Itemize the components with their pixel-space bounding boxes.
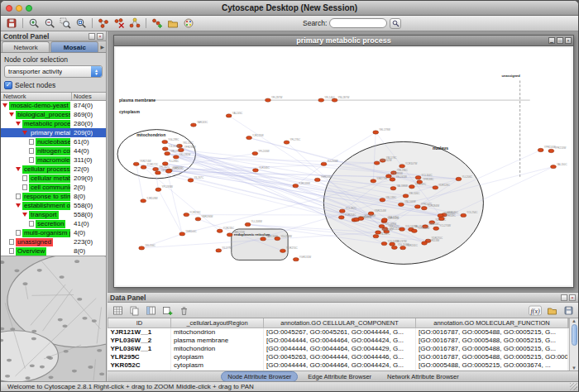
- network-node[interactable]: [226, 114, 232, 117]
- table-cell[interactable]: YPL036W__2: [108, 336, 171, 344]
- tree-item-macromolecule-met[interactable]: macromolecule met311(0): [1, 155, 106, 165]
- network-node[interactable]: [380, 198, 385, 202]
- network-node[interactable]: [409, 185, 414, 189]
- close-panel-button[interactable]: ×: [97, 33, 103, 40]
- tree-item-nitrogen-compound[interactable]: nitrogen compound44(0): [1, 146, 106, 155]
- expander-icon[interactable]: [16, 122, 21, 126]
- tree-item-cellular-metabolic-p[interactable]: cellular metabolic p209(0): [1, 174, 106, 183]
- table-row[interactable]: YJR121W__1mitochondrion[GO:0045267, GO:0…: [108, 327, 569, 336]
- tree-item-response-to-stimulus[interactable]: response to stimulus8(0): [1, 192, 106, 201]
- table-row[interactable]: YPL036W__2plasma membrane[GO:0044444, GO…: [108, 336, 569, 344]
- expander-icon[interactable]: [22, 213, 27, 217]
- network-node[interactable]: [411, 229, 417, 232]
- network-overview-panel[interactable]: [1, 256, 106, 381]
- network-node[interactable]: [548, 149, 554, 152]
- table-cell[interactable]: plasma membrane: [171, 336, 264, 344]
- hide-selected-button[interactable]: [112, 17, 127, 31]
- vizmapper-button[interactable]: [181, 17, 196, 31]
- new-network-from-selection-button[interactable]: [150, 17, 165, 31]
- tab-network[interactable]: Network: [2, 41, 50, 52]
- maximize-view-button[interactable]: □: [557, 37, 563, 44]
- select-columns-button[interactable]: [143, 304, 158, 318]
- expander-icon[interactable]: [16, 167, 21, 171]
- tree-item-mosaic-demo-yeast[interactable]: mosaic-demo-yeast874(0): [1, 101, 106, 110]
- tree-item-secretion[interactable]: secretion41(0): [1, 219, 106, 228]
- table-cell[interactable]: [GO:0016787, GO:0005488, GO:0005215, G..…: [416, 336, 568, 344]
- tree-column-nodes[interactable]: Nodes: [72, 93, 106, 100]
- network-node[interactable]: [275, 237, 280, 240]
- column-header[interactable]: annotation.GO MOLECULAR_FUNCTION: [416, 318, 568, 327]
- network-node[interactable]: [155, 171, 160, 174]
- tree-item-multi-organism-proc[interactable]: multi-organism proc4(0): [1, 228, 106, 237]
- table-cell[interactable]: YKR052C: [108, 361, 171, 369]
- resize-grip[interactable]: [570, 383, 577, 390]
- network-node[interactable]: [438, 217, 444, 220]
- tree-item-cell-communication[interactable]: cell communication2(0): [1, 183, 106, 192]
- expander-icon[interactable]: [9, 112, 14, 117]
- table-cell[interactable]: cytoplasm: [171, 352, 264, 361]
- table-row[interactable]: YPL036W__1mitochondrion[GO:0044444, GO:0…: [108, 344, 569, 352]
- network-node[interactable]: [433, 227, 439, 230]
- network-node[interactable]: [371, 179, 376, 183]
- select-nodes-checkbox[interactable]: ✓: [4, 81, 12, 89]
- tab-network-attribute-browser[interactable]: Network Attribute Browser: [381, 372, 465, 381]
- network-node[interactable]: [195, 218, 201, 221]
- network-node[interactable]: [141, 199, 146, 203]
- tree-item-establishment-of-loc[interactable]: establishment of loc558(0): [1, 201, 106, 210]
- tree-item-unassigned[interactable]: unassigned223(0): [1, 237, 106, 246]
- network-node[interactable]: [374, 161, 380, 165]
- network-canvas[interactable]: YNL287WYFL297WYFL140CYMR271CYKL192CYHL11…: [114, 46, 573, 287]
- network-node[interactable]: [391, 246, 397, 249]
- network-node[interactable]: [253, 169, 259, 172]
- network-node[interactable]: [538, 148, 543, 151]
- minimize-view-button[interactable]: ▁: [548, 37, 555, 44]
- network-node[interactable]: [400, 165, 405, 168]
- table-cell[interactable]: [GO:0044444, GO:0044464, GO:0044424, G..…: [264, 361, 416, 369]
- table-cell[interactable]: [GO:0016787, GO:0005488, GO:0005215, G..…: [416, 327, 568, 336]
- network-node[interactable]: [417, 180, 423, 184]
- table-cell[interactable]: [GO:0045263, GO:0044444, GO:0044446, G..…: [264, 352, 416, 361]
- tree-item-primary-metabolic-pr[interactable]: primary metabolic pr209(0): [1, 128, 106, 137]
- network-node[interactable]: [381, 218, 387, 222]
- tree-item-nucleobase-nucleosi[interactable]: nucleobase, nucleosi61(0): [1, 137, 106, 146]
- tree-column-network[interactable]: Network: [1, 93, 72, 100]
- close-data-panel-button[interactable]: ×: [569, 294, 576, 301]
- network-node[interactable]: [191, 123, 197, 127]
- float-data-panel-button[interactable]: [561, 294, 567, 301]
- table-cell[interactable]: [GO:0005488, GO:0005215, GO:0003674, ...: [416, 361, 568, 369]
- save-attributes-button[interactable]: [561, 304, 576, 318]
- table-cell[interactable]: mitochondrion: [171, 344, 264, 352]
- network-node[interactable]: [358, 217, 364, 220]
- table-cell[interactable]: [GO:0044444, GO:0044464, GO:0044424, G..…: [264, 336, 416, 344]
- network-node[interactable]: [162, 140, 168, 143]
- network-node[interactable]: [165, 152, 170, 155]
- network-node[interactable]: [165, 170, 171, 173]
- tab-edge-attribute-browser[interactable]: Edge Attribute Browser: [302, 372, 377, 381]
- node-color-dropdown[interactable]: transporter activity ▲▼: [4, 65, 103, 78]
- zoom-selected-region-button[interactable]: [58, 17, 73, 31]
- network-node[interactable]: [162, 162, 168, 165]
- network-node[interactable]: [390, 187, 396, 190]
- network-node[interactable]: [403, 194, 409, 198]
- expander-icon[interactable]: [22, 131, 27, 135]
- network-node[interactable]: [414, 205, 420, 208]
- network-node[interactable]: [390, 242, 395, 246]
- network-node[interactable]: [318, 98, 324, 102]
- table-cell[interactable]: [GO:0016787, GO:0005488, GO:0005215, G..…: [416, 344, 568, 352]
- float-panel-button[interactable]: [89, 33, 95, 40]
- network-node[interactable]: [376, 231, 381, 234]
- network-node[interactable]: [179, 232, 185, 236]
- scrollbar-thumb[interactable]: [572, 324, 577, 346]
- copy-to-clipboard-button[interactable]: [127, 304, 141, 318]
- network-node[interactable]: [162, 147, 168, 151]
- network-node[interactable]: [252, 151, 258, 155]
- network-node[interactable]: [381, 241, 387, 245]
- network-node[interactable]: [133, 162, 139, 165]
- network-node[interactable]: [461, 213, 467, 217]
- save-session-button[interactable]: [4, 17, 19, 31]
- column-header[interactable]: annotation.GO CELLULAR_COMPONENT: [264, 318, 416, 327]
- network-node[interactable]: [339, 209, 345, 213]
- expander-icon[interactable]: [2, 103, 7, 108]
- table-cell[interactable]: YJR121W__1: [108, 327, 171, 336]
- network-node[interactable]: [421, 207, 427, 210]
